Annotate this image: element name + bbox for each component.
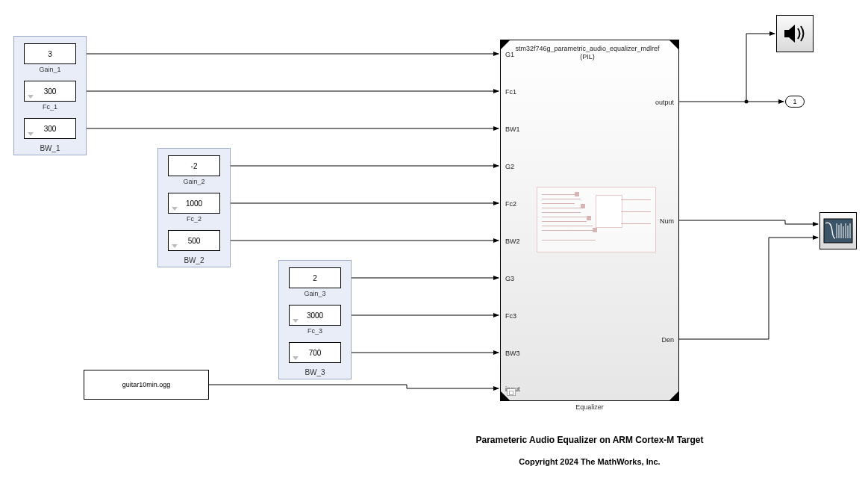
const-gain2-value: -2: [191, 162, 198, 170]
const-fc3-label: Fc_3: [289, 327, 341, 335]
const-fc1[interactable]: 300: [24, 81, 76, 102]
port-output: output: [655, 99, 674, 106]
const-fc1-value: 300: [44, 87, 57, 96]
const-gain1[interactable]: 3: [24, 43, 76, 64]
port-fc3: Fc3: [505, 312, 516, 320]
from-multimedia-file-block[interactable]: guitar10min.ogg: [84, 370, 209, 400]
port-bw2: BW2: [505, 238, 520, 245]
equalizer-block[interactable]: stm32f746g_parametric_audio_equalizer_md…: [500, 40, 679, 401]
group-bw2-label: BW_2: [158, 256, 230, 264]
const-gain2-label: Gain_2: [168, 178, 220, 185]
equalizer-title: stm32f746g_parametric_audio_equalizer_md…: [501, 45, 674, 61]
const-gain3-value: 2: [313, 274, 317, 282]
diagram-canvas: { "groups": { "g1": { "label": "BW_1", "…: [0, 0, 868, 490]
const-gain1-value: 3: [48, 50, 52, 58]
const-fc1-label: Fc_1: [24, 103, 76, 111]
port-fc1: Fc1: [505, 88, 516, 96]
audio-device-writer-block[interactable]: [776, 15, 814, 52]
scope-icon: [822, 214, 855, 247]
speaker-icon: [781, 20, 808, 47]
const-bw2-value: 500: [188, 237, 201, 245]
outport-1-value: 1: [793, 98, 796, 105]
equalizer-label: Equalizer: [500, 403, 679, 411]
const-fc2-label: Fc_2: [168, 215, 220, 223]
const-fc3-value: 3000: [307, 311, 323, 320]
wire-layer: [0, 0, 868, 490]
const-bw2[interactable]: 500: [168, 230, 220, 251]
port-g2: G2: [505, 163, 514, 170]
from-multimedia-file-value: guitar10min.ogg: [122, 381, 171, 388]
const-fc3[interactable]: 3000: [289, 305, 341, 326]
model-ref-badge-icon: [507, 388, 516, 396]
equalizer-preview: [537, 187, 656, 252]
outport-1[interactable]: 1: [785, 96, 805, 108]
port-fc2: Fc2: [505, 200, 516, 208]
diagram-title: Parameteric Audio Equalizer on ARM Corte…: [440, 435, 739, 445]
port-bw1: BW1: [505, 125, 520, 133]
const-gain3[interactable]: 2: [289, 267, 341, 288]
group-bw3-label: BW_3: [279, 368, 351, 376]
const-bw3[interactable]: 700: [289, 342, 341, 363]
const-bw1[interactable]: 300: [24, 118, 76, 139]
group-bw1-label: BW_1: [14, 144, 86, 152]
const-gain1-label: Gain_1: [24, 66, 76, 73]
port-bw3: BW3: [505, 350, 520, 357]
const-fc2-value: 1000: [186, 199, 202, 208]
const-bw1-value: 300: [44, 125, 57, 133]
port-num: Num: [660, 217, 674, 225]
const-fc2[interactable]: 1000: [168, 193, 220, 214]
const-gain2[interactable]: -2: [168, 155, 220, 176]
port-g1: G1: [505, 51, 514, 58]
scope-block[interactable]: [819, 212, 857, 249]
port-den: Den: [661, 336, 674, 344]
const-gain3-label: Gain_3: [289, 290, 341, 297]
const-bw3-value: 700: [309, 349, 322, 357]
diagram-copyright: Copyright 2024 The MathWorks, Inc.: [478, 457, 702, 466]
port-g3: G3: [505, 275, 514, 282]
